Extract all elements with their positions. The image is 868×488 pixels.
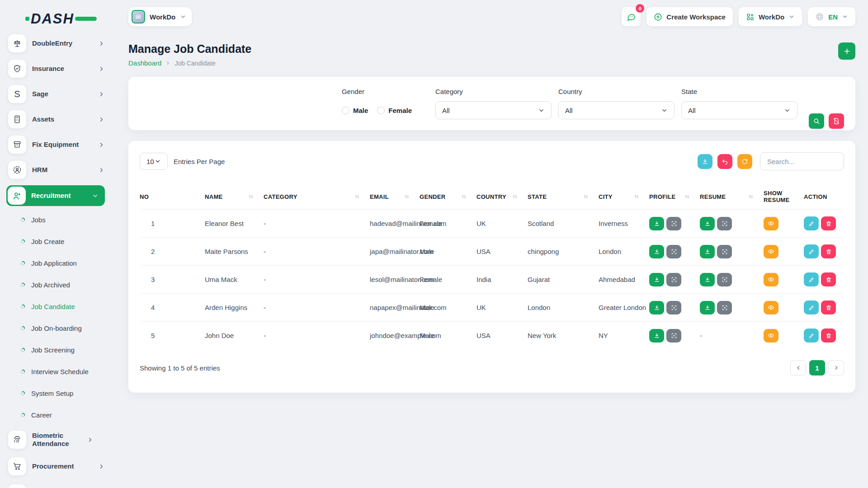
preview-resume-button[interactable] xyxy=(717,273,732,286)
edit-button[interactable] xyxy=(804,244,819,258)
sidebar-item-hrm[interactable]: HRM xyxy=(8,157,105,183)
submenu-item[interactable]: System Setup xyxy=(8,382,105,404)
cell-category: - xyxy=(264,210,370,238)
add-candidate-button[interactable] xyxy=(838,42,855,60)
delete-button[interactable] xyxy=(821,216,836,230)
preview-profile-button[interactable] xyxy=(666,329,681,343)
delete-button[interactable] xyxy=(821,272,836,286)
category-select[interactable]: All xyxy=(435,101,552,119)
edit-button[interactable] xyxy=(804,300,819,314)
submenu-item[interactable]: Job Application xyxy=(8,252,105,274)
download-profile-button[interactable] xyxy=(649,329,664,343)
sort-icon[interactable] xyxy=(461,194,467,199)
preview-profile-button[interactable] xyxy=(666,301,681,314)
cell-gender: Male xyxy=(420,294,476,322)
entries-per-page-select[interactable]: 10 xyxy=(140,153,168,170)
table-search-input[interactable] xyxy=(760,152,844,170)
submenu-item-label: Job On-boarding xyxy=(31,324,82,332)
country-filter: Country All xyxy=(558,88,675,119)
preview-profile-button[interactable] xyxy=(666,245,681,258)
sidebar-item-sage[interactable]: S Sage xyxy=(8,81,105,107)
chevron-left-icon xyxy=(795,365,802,371)
preview-resume-button[interactable] xyxy=(717,301,732,314)
download-profile-button[interactable] xyxy=(649,301,664,314)
sidebar-item-recruitment[interactable]: Recruitment xyxy=(6,185,105,206)
state-select[interactable]: All xyxy=(681,101,797,119)
undo-button[interactable] xyxy=(717,154,732,169)
download-resume-button[interactable] xyxy=(700,217,715,230)
download-icon xyxy=(654,277,660,283)
workspace-selector[interactable]: WorkDo xyxy=(128,7,192,26)
submenu-item[interactable]: Job On-boarding xyxy=(8,317,105,339)
submenu-item[interactable]: Job Create xyxy=(8,230,105,252)
sort-icon[interactable] xyxy=(248,194,254,199)
sidebar-item-insurance[interactable]: Insurance xyxy=(8,56,105,81)
pagination-page-1[interactable]: 1 xyxy=(809,360,825,375)
clear-filter-button[interactable] xyxy=(829,113,844,129)
download-profile-button[interactable] xyxy=(649,217,664,230)
download-profile-button[interactable] xyxy=(649,273,664,286)
country-select[interactable]: All xyxy=(558,101,675,119)
pagination-next-button[interactable] xyxy=(828,360,844,375)
sort-icon[interactable] xyxy=(684,194,690,199)
gender-female-radio[interactable]: Female xyxy=(377,107,412,114)
submenu-item[interactable]: Job Candidate xyxy=(8,296,105,317)
table-row: 4 Arden Higgins - napapex@mailinator.com… xyxy=(140,294,844,322)
preview-profile-button[interactable] xyxy=(666,217,681,230)
sort-icon[interactable] xyxy=(634,194,639,199)
language-selector[interactable]: EN xyxy=(808,7,855,26)
submenu-item[interactable]: Job Screening xyxy=(8,339,105,361)
download-resume-button[interactable] xyxy=(700,245,715,258)
show-resume-button[interactable] xyxy=(764,273,778,286)
show-resume-button[interactable] xyxy=(764,329,778,343)
create-workspace-button[interactable]: Create Workspace xyxy=(646,7,733,26)
sidebar-item-biometric-attendance[interactable]: Biometric Attendance xyxy=(8,426,105,454)
preview-resume-button[interactable] xyxy=(717,217,732,230)
download-icon xyxy=(704,305,711,311)
scales-icon xyxy=(8,34,26,52)
pagination-prev-button[interactable] xyxy=(790,360,806,375)
gender-male-radio[interactable]: Male xyxy=(342,107,368,114)
refresh-button[interactable] xyxy=(737,154,752,169)
bullet-icon xyxy=(20,282,25,287)
sort-icon[interactable] xyxy=(512,194,518,199)
cell-name: Eleanor Best xyxy=(205,210,264,238)
sidebar-item-procurement[interactable]: Procurement xyxy=(8,454,105,479)
cell-resume xyxy=(700,210,764,238)
download-resume-button[interactable] xyxy=(700,301,715,314)
messages-button[interactable]: 0 xyxy=(622,7,641,26)
download-resume-button[interactable] xyxy=(700,273,715,286)
workdo-menu-button[interactable]: WorkDo xyxy=(739,7,802,26)
show-resume-button[interactable] xyxy=(764,217,778,230)
delete-button[interactable] xyxy=(821,244,836,258)
sidebar-item-assets[interactable]: Assets xyxy=(8,107,105,132)
apply-filter-button[interactable] xyxy=(809,113,824,129)
sort-icon[interactable] xyxy=(748,194,754,199)
submenu-item[interactable]: Interview Schedule xyxy=(8,361,105,382)
cell-city: NY xyxy=(599,322,649,350)
chevron-down-icon xyxy=(155,158,161,164)
edit-button[interactable] xyxy=(804,216,819,230)
preview-resume-button[interactable] xyxy=(717,245,732,258)
sort-icon[interactable] xyxy=(583,194,589,199)
edit-button[interactable] xyxy=(804,328,819,343)
edit-button[interactable] xyxy=(804,272,819,286)
sidebar-item-doubleentry[interactable]: DoubleEntry xyxy=(8,31,105,56)
show-resume-button[interactable] xyxy=(764,301,778,314)
export-button[interactable] xyxy=(698,154,712,169)
sort-icon[interactable] xyxy=(404,194,410,199)
cell-action xyxy=(804,322,844,350)
delete-button[interactable] xyxy=(821,300,836,314)
show-resume-button[interactable] xyxy=(764,245,778,258)
delete-button[interactable] xyxy=(821,328,836,343)
preview-profile-button[interactable] xyxy=(666,273,681,286)
column-header: NAME xyxy=(205,184,264,210)
submenu-item[interactable]: Job Archived xyxy=(8,274,105,296)
sidebar-item-partial[interactable] xyxy=(8,481,105,488)
breadcrumb-dashboard-link[interactable]: Dashboard xyxy=(128,59,161,67)
download-profile-button[interactable] xyxy=(649,245,664,258)
sidebar-item-fix-equipment[interactable]: Fix Equipment xyxy=(8,132,105,157)
submenu-item[interactable]: Jobs xyxy=(8,209,105,230)
sort-icon[interactable] xyxy=(354,194,360,199)
submenu-item[interactable]: Career xyxy=(8,404,105,426)
